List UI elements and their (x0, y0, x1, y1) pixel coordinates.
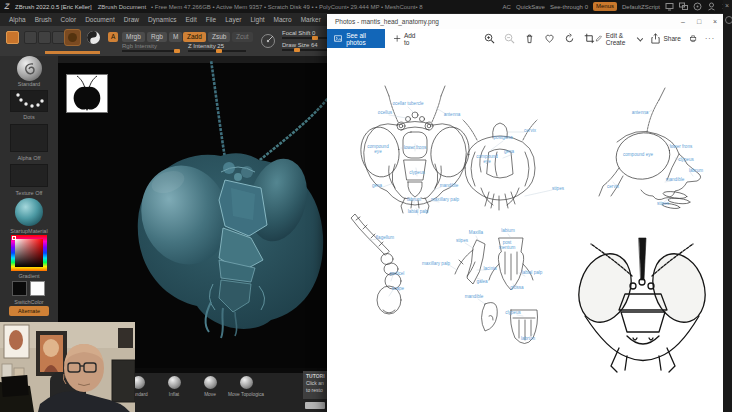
user-icon[interactable] (707, 2, 716, 11)
mrgb-button[interactable]: Mrgb (122, 32, 145, 42)
menu-item-layer[interactable]: Layer (225, 16, 241, 23)
delete-icon[interactable] (524, 33, 535, 44)
quicksave-button[interactable]: QuickSave (516, 4, 545, 10)
tooltip-line: TUTORI (306, 373, 327, 380)
diagram-detailed-head (570, 238, 713, 372)
menu-item-brush[interactable]: Brush (35, 16, 52, 23)
material-thumbnail[interactable] (15, 198, 43, 226)
print-icon[interactable] (689, 33, 697, 44)
brush-sphere-icon (240, 376, 253, 389)
brush-thumbnail-label: Standard (0, 81, 58, 87)
maximize-button[interactable]: □ (691, 14, 707, 29)
menu-item-alpha[interactable]: Alpha (9, 16, 26, 23)
zoom-out-icon[interactable] (504, 33, 515, 44)
monitor-icon[interactable] (665, 2, 674, 11)
secondary-color-swatch[interactable] (30, 281, 45, 296)
z-intensity-handle[interactable] (216, 49, 222, 53)
brush-preview-icon[interactable] (693, 2, 702, 11)
alpha-thumbnail[interactable] (10, 124, 48, 152)
screen-right-edge: × (723, 0, 732, 412)
anatomy-label: lower frons (404, 145, 427, 150)
rgb-intensity-handle[interactable] (174, 49, 180, 53)
menu-item-color[interactable]: Color (61, 16, 77, 23)
lightbox-button[interactable] (6, 31, 19, 44)
anatomy-label: galea (476, 279, 488, 284)
alpha-thumbnail-label: Alpha Off (0, 155, 58, 161)
menu-item-dynamics[interactable]: Dynamics (148, 16, 177, 23)
zsub-button[interactable]: Zsub (208, 32, 230, 42)
stroke-thumbnail-dots[interactable] (10, 90, 48, 112)
color-picker[interactable] (11, 235, 47, 271)
anatomy-label: cervix (524, 128, 537, 133)
main-color-swatch[interactable] (12, 281, 27, 296)
brush-sphere-icon (204, 376, 217, 389)
stroke-type-icon[interactable] (86, 30, 101, 45)
zbrush-doc-title: ZBrush Document (98, 4, 146, 10)
tooltip-line: to resto (306, 387, 327, 394)
color-picker-cursor[interactable] (12, 236, 16, 240)
zbrush-left-shelf: Standard Dots Alpha Off Texture Off Star… (0, 56, 58, 322)
diagram-antenna (351, 214, 401, 314)
tooltip-button[interactable] (305, 402, 325, 409)
anatomy-label: mandible (465, 294, 484, 299)
see-through-slider[interactable]: See-through 0 (550, 4, 588, 10)
alternate-button[interactable]: Alternate (9, 306, 49, 316)
auto-masking-badge[interactable]: A (108, 32, 118, 42)
close-button[interactable]: × (707, 14, 723, 29)
rgb-button[interactable]: Rgb (147, 32, 167, 42)
edit-create-button[interactable]: Edit & Create (595, 32, 641, 46)
tool-preview-thumbnail[interactable] (66, 74, 108, 113)
focal-shift-handle[interactable] (312, 36, 318, 40)
menu-item-edit[interactable]: Edit (186, 16, 197, 23)
focal-shift-slider[interactable]: Focal Shift 0 (282, 30, 315, 36)
draw-size-track[interactable] (282, 49, 330, 51)
add-to-label: Add to (404, 32, 418, 46)
favorite-heart-icon[interactable] (544, 33, 555, 44)
zcut-button[interactable]: Zcut (232, 32, 253, 42)
menu-item-draw[interactable]: Draw (124, 16, 139, 23)
ac-button[interactable]: AC (503, 4, 511, 10)
draw-size-slider[interactable]: Draw Size 64 (282, 42, 318, 48)
photos-titlebar[interactable]: Photos - mantis_head_anatomy.png – □ × (327, 14, 723, 29)
menus-button[interactable]: Menus (593, 2, 617, 11)
webcam-overlay (0, 322, 135, 412)
anatomy-label: postgena (494, 135, 513, 140)
anatomy-label: compound eye (623, 152, 654, 157)
menu-item-light[interactable]: Light (250, 16, 264, 23)
menu-item-marker[interactable]: Marker (301, 16, 321, 23)
anatomy-label: clypeus (505, 310, 521, 315)
more-options-button[interactable]: ··· (705, 35, 715, 42)
mantis-head-3d-model[interactable] (113, 60, 329, 368)
crop-icon[interactable] (584, 33, 595, 44)
zbrush-memory-stats: • Free Mem 47.266GB • Active Mem 9357 • … (151, 4, 422, 10)
m-button[interactable]: M (169, 32, 182, 42)
sculptris-pro-icon[interactable] (38, 31, 51, 44)
menu-item-document[interactable]: Document (85, 16, 115, 23)
rgb-intensity-track[interactable] (122, 50, 180, 52)
draw-size-handle[interactable] (294, 48, 300, 52)
dual-monitor-icon[interactable] (679, 2, 688, 11)
edge-close-icon[interactable]: × (725, 2, 729, 9)
rgb-intensity-slider[interactable]: Rgb Intensity (122, 43, 157, 49)
current-brush-swatch[interactable] (64, 29, 81, 46)
add-to-button[interactable]: Add to (393, 32, 419, 46)
anatomy-label: pedicel (390, 271, 405, 276)
menu-item-macro[interactable]: Macro (274, 16, 292, 23)
zoom-in-icon[interactable] (484, 33, 495, 44)
brush-thumbnail-standard[interactable] (17, 56, 42, 81)
rotate-icon[interactable] (564, 33, 575, 44)
chevron-down-icon (636, 35, 642, 41)
tray-brush-inflat[interactable]: Inflat (156, 376, 192, 397)
projection-master-icon[interactable] (24, 31, 37, 44)
menu-item-file[interactable]: File (206, 16, 216, 23)
photos-content[interactable]: ocellar tubercleocellusantennacompoundey… (327, 48, 723, 412)
see-all-photos-button[interactable]: See all photos (327, 29, 385, 48)
tray-brush-move[interactable]: Move (192, 376, 228, 397)
tray-brush-move-topologica[interactable]: Move Topologica (228, 376, 264, 397)
minimize-button[interactable]: – (675, 14, 691, 29)
texture-thumbnail[interactable] (10, 164, 48, 187)
default-zscript-button[interactable]: DefaultZScript (622, 4, 660, 10)
focal-shift-track[interactable] (282, 37, 330, 39)
share-button[interactable]: Share (650, 33, 681, 44)
zadd-button[interactable]: Zadd (183, 32, 206, 42)
